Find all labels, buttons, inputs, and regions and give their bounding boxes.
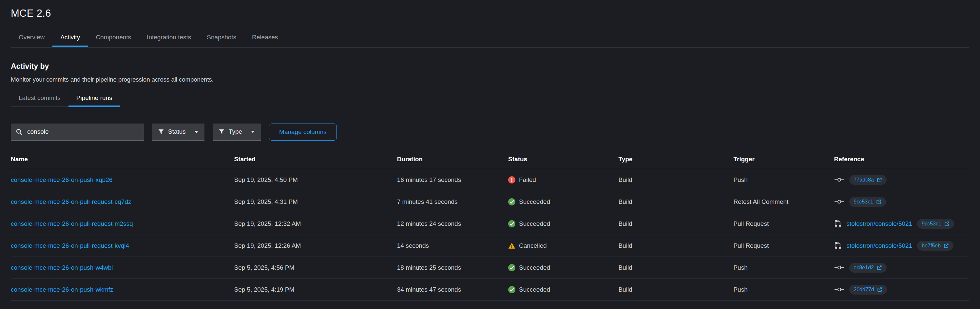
pipeline-run-link[interactable]: console-mce-mce-26-on-push-w4wbl — [11, 264, 113, 271]
pipeline-run-link[interactable]: console-mce-mce-26-on-pull-request-m2ssq — [11, 220, 133, 227]
tab-overview[interactable]: Overview — [11, 34, 52, 47]
pr-link[interactable]: stolostron/console/5021 — [846, 242, 913, 249]
tab-components[interactable]: Components — [88, 34, 139, 47]
type-filter-dropdown[interactable]: Type — [213, 124, 261, 140]
cell-duration: 16 minutes 17 seconds — [397, 169, 508, 191]
commit-badge[interactable]: 77adc8a — [849, 175, 887, 185]
column-header-name[interactable]: Name — [11, 154, 234, 169]
status-label: Succeeded — [519, 220, 550, 228]
cell-trigger: Push — [733, 279, 834, 301]
cell-trigger: Pull Request — [733, 235, 834, 256]
column-header-started[interactable]: Started — [234, 154, 397, 169]
subtab-pipeline-runs[interactable]: Pipeline runs — [68, 94, 120, 107]
commit-hash: 77adc8a — [854, 177, 874, 183]
commit-hash: be7f5eb — [922, 243, 941, 249]
cell-trigger: Retest All Comment — [733, 191, 834, 213]
pull-request-icon — [834, 220, 842, 228]
subtab-latest-commits[interactable]: Latest commits — [11, 94, 68, 107]
tab-releases[interactable]: Releases — [244, 34, 286, 47]
cell-duration: 7 minutes 41 seconds — [397, 191, 508, 213]
commit-badge[interactable]: 20dd77d — [849, 285, 887, 295]
column-header-duration[interactable]: Duration — [397, 154, 508, 169]
reference-cell: stolostron/console/5021 9cc53c1 — [834, 219, 964, 229]
status-label: Cancelled — [519, 242, 547, 249]
status-badge: Succeeded — [508, 264, 613, 271]
commit-badge[interactable]: 9cc53c1 — [917, 219, 954, 229]
cell-trigger: Pull Request — [733, 213, 834, 235]
filter-icon — [219, 129, 224, 134]
search-input[interactable] — [27, 128, 138, 135]
table-row: console-mce-mce-26-on-push-xqp26 Sep 19,… — [11, 169, 969, 191]
status-badge: Succeeded — [508, 220, 613, 228]
search-box[interactable] — [11, 124, 144, 140]
status-badge: Succeeded — [508, 198, 613, 205]
git-commit-icon — [834, 265, 844, 270]
cell-type: Build — [618, 279, 733, 301]
chevron-down-icon — [195, 131, 198, 133]
external-link-icon — [944, 221, 950, 226]
external-link-icon — [877, 265, 882, 270]
commit-badge[interactable]: be7f5eb — [917, 241, 953, 251]
git-commit-icon — [834, 199, 844, 204]
table-row: console-mce-mce-26-on-push-wkmfz Sep 5, … — [11, 279, 969, 301]
application-page: MCE 2.6 OverviewActivityComponentsIntegr… — [0, 0, 980, 309]
tab-integration-tests[interactable]: Integration tests — [139, 34, 199, 47]
status-label: Succeeded — [519, 264, 550, 271]
cancelled-icon — [508, 242, 515, 249]
cell-type: Build — [618, 169, 733, 191]
commit-hash: ec8e1d2 — [854, 265, 874, 271]
column-header-status[interactable]: Status — [508, 154, 618, 169]
cell-trigger: Push — [733, 169, 834, 191]
reference-cell: 77adc8a — [834, 175, 964, 185]
filter-icon — [158, 129, 164, 134]
succeeded-icon — [508, 264, 515, 271]
failed-icon — [508, 176, 515, 183]
filter-label: Status — [168, 128, 186, 135]
table-row: console-mce-mce-26-on-push-w4wbl Sep 5, … — [11, 256, 969, 279]
cell-started: Sep 5, 2025, 4:56 PM — [234, 256, 397, 279]
succeeded-icon — [508, 198, 515, 205]
cell-type: Build — [618, 256, 733, 279]
search-icon — [16, 129, 22, 135]
table-toolbar: Status Type Manage columns — [11, 124, 969, 140]
pipeline-run-link[interactable]: console-mce-mce-26-on-pull-request-kvql4 — [11, 242, 129, 249]
cell-started: Sep 19, 2025, 12:26 AM — [234, 235, 397, 256]
status-filter-dropdown[interactable]: Status — [152, 124, 204, 140]
page-title: MCE 2.6 — [11, 7, 969, 20]
commit-badge[interactable]: ec8e1d2 — [849, 263, 887, 272]
pull-request-icon — [834, 242, 842, 250]
pipeline-run-link[interactable]: console-mce-mce-26-on-pull-request-cq7dz — [11, 198, 131, 205]
table-row: console-mce-mce-26-on-pull-request-cq7dz… — [11, 191, 969, 213]
column-header-type[interactable]: Type — [618, 154, 733, 169]
cell-started: Sep 19, 2025, 4:31 PM — [234, 191, 397, 213]
reference-cell: 9cc53c1 — [834, 197, 964, 207]
git-commit-icon — [834, 177, 844, 182]
pipeline-runs-table: NameStartedDurationStatusTypeTriggerRefe… — [11, 154, 969, 301]
commit-badge[interactable]: 9cc53c1 — [849, 197, 886, 207]
pr-link[interactable]: stolostron/console/5021 — [846, 220, 913, 228]
pipeline-run-link[interactable]: console-mce-mce-26-on-push-xqp26 — [11, 176, 112, 183]
status-badge: Succeeded — [508, 286, 613, 293]
section-heading: Activity by — [11, 62, 969, 71]
cell-started: Sep 5, 2025, 4:19 PM — [234, 279, 397, 301]
cell-duration: 14 seconds — [397, 235, 508, 256]
cell-duration: 12 minutes 24 seconds — [397, 213, 508, 235]
table-row: console-mce-mce-26-on-pull-request-m2ssq… — [11, 213, 969, 235]
column-header-trigger[interactable]: Trigger — [733, 154, 834, 169]
status-label: Succeeded — [519, 286, 550, 293]
tab-snapshots[interactable]: Snapshots — [199, 34, 244, 47]
filter-group: Status Type — [152, 124, 261, 140]
main-tab-bar: OverviewActivityComponentsIntegration te… — [11, 34, 969, 48]
cell-duration: 18 minutes 25 seconds — [397, 256, 508, 279]
column-header-reference[interactable]: Reference — [834, 154, 969, 169]
status-label: Failed — [519, 176, 536, 183]
status-badge: Cancelled — [508, 242, 613, 249]
status-badge: Failed — [508, 176, 613, 183]
pipeline-run-link[interactable]: console-mce-mce-26-on-push-wkmfz — [11, 286, 113, 293]
external-link-icon — [876, 199, 881, 204]
manage-columns-button[interactable]: Manage columns — [269, 124, 337, 140]
tab-activity[interactable]: Activity — [52, 34, 88, 47]
cell-started: Sep 19, 2025, 12:32 AM — [234, 213, 397, 235]
git-commit-icon — [834, 287, 844, 292]
cell-duration: 34 minutes 47 seconds — [397, 279, 508, 301]
